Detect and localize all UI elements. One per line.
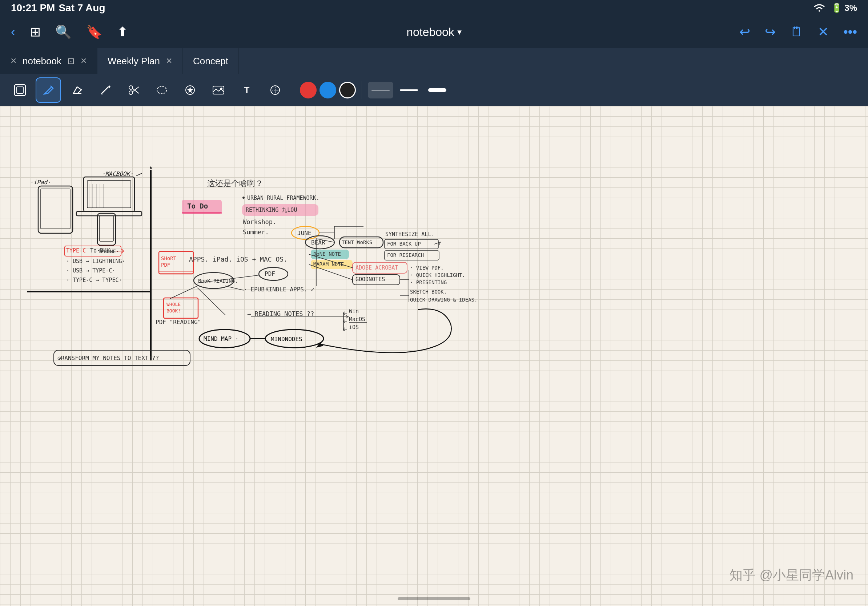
- back-button[interactable]: ‹: [11, 24, 15, 40]
- color-black[interactable]: [339, 82, 356, 99]
- search-button[interactable]: 🔍: [55, 24, 71, 40]
- color-red[interactable]: [300, 82, 316, 99]
- svg-text:GOODNOTES: GOODNOTES: [355, 276, 385, 283]
- redo-button[interactable]: ↪: [765, 24, 776, 40]
- svg-text:→ READING NOTES ??: → READING NOTES ??: [247, 310, 314, 317]
- svg-text:MINDNODES: MINDNODES: [271, 336, 302, 343]
- object-select-tool[interactable]: [7, 77, 33, 103]
- toolbar-separator-2: [362, 81, 362, 99]
- wifi-icon: [812, 3, 826, 13]
- svg-text:Win: Win: [349, 308, 359, 315]
- svg-text:FOR BACK UP: FOR BACK UP: [387, 241, 421, 247]
- close-button[interactable]: ✕: [818, 24, 829, 40]
- svg-text:KINDLE APPS. ✓: KINDLE APPS. ✓: [265, 286, 315, 293]
- stroke-medium[interactable]: [396, 82, 422, 99]
- notebook-title[interactable]: notebook ▾: [406, 25, 462, 39]
- close-weekly-tab[interactable]: ✕: [166, 56, 172, 66]
- bookmark-button[interactable]: 🔖: [86, 24, 102, 40]
- watermark: 知乎 @小星同学Alvin: [730, 566, 854, 584]
- svg-point-6: [129, 86, 133, 90]
- svg-line-60: [225, 286, 243, 290]
- svg-text:To  Do: To Do: [187, 202, 208, 210]
- svg-text:SKETCH BOOK.: SKETCH BOOK.: [410, 289, 447, 295]
- svg-text:DoNE  NOTE: DoNE NOTE: [313, 251, 341, 257]
- add-page-button[interactable]: 🗒: [790, 24, 803, 40]
- more-button[interactable]: •••: [843, 24, 857, 40]
- svg-text:Workshop.: Workshop.: [243, 218, 276, 226]
- svg-text:· USB → TYPE-C·: · USB → TYPE-C·: [66, 267, 115, 274]
- star-tool[interactable]: [177, 77, 203, 103]
- svg-text:· USB → LIGHTNING·: · USB → LIGHTNING·: [66, 258, 126, 264]
- svg-text:APPS. iPad. iOS + MAC OS.: APPS. iPad. iOS + MAC OS.: [189, 255, 288, 263]
- svg-rect-0: [14, 85, 25, 96]
- svg-text:T: T: [244, 85, 250, 95]
- svg-text:这还是个啥啊？: 这还是个啥啊？: [207, 179, 263, 188]
- svg-rect-18: [38, 186, 73, 233]
- tab-weekly-plan[interactable]: Weekly Plan ✕: [98, 48, 183, 74]
- svg-text:RETHINKING  九LOU: RETHINKING 九LOU: [246, 207, 297, 213]
- svg-rect-31: [99, 216, 113, 241]
- svg-rect-30: [98, 213, 116, 245]
- canvas-area[interactable]: ·iPad· ·MACBOOK· ·iPHONE· TYPE-C To BUY …: [0, 106, 868, 606]
- svg-text:· QUICK HIGHLIGHT.: · QUICK HIGHLIGHT.: [410, 272, 465, 278]
- svg-text:·iPad·: ·iPad·: [30, 179, 51, 186]
- svg-point-13: [220, 88, 222, 90]
- close-tab-x[interactable]: ✕: [80, 56, 87, 66]
- image-tool[interactable]: [206, 77, 231, 103]
- tab-weekly-plan-label: Weekly Plan: [108, 56, 160, 67]
- color-blue[interactable]: [319, 82, 336, 99]
- svg-text:FOR RESEARCH: FOR RESEARCH: [387, 252, 424, 258]
- svg-text:MIND MAP ·: MIND MAP ·: [203, 335, 239, 342]
- svg-line-4: [102, 87, 108, 93]
- svg-line-58: [170, 286, 197, 298]
- svg-text:URBAN RURAL FRAMEWORK.: URBAN RURAL FRAMEWORK.: [247, 195, 319, 201]
- svg-text:iOS: iOS: [349, 324, 359, 331]
- svg-text:· VIEW PDF.: · VIEW PDF.: [410, 265, 444, 271]
- pen-tool[interactable]: [36, 77, 61, 103]
- tab-notebook[interactable]: ✕ notebook ⊡ ✕: [0, 48, 98, 74]
- stroke-thick[interactable]: [425, 82, 450, 99]
- svg-text:· EPUB: · EPUB: [243, 286, 265, 293]
- tab-concept[interactable]: Concept: [183, 48, 239, 74]
- svg-text:WHOLE: WHOLE: [166, 301, 181, 307]
- svg-text:· TYPE-C → TYPEC·: · TYPE-C → TYPEC·: [66, 277, 122, 283]
- battery-indicator: 🔋 3%: [831, 3, 857, 13]
- text-tool[interactable]: T: [234, 77, 259, 103]
- svg-text:MARAM NoTE: MARAM NoTE: [313, 261, 344, 267]
- svg-text:QUICK DRAWING & IDEAS.: QUICK DRAWING & IDEAS.: [410, 297, 477, 303]
- tab-divider-icon: ⊡: [67, 56, 74, 66]
- svg-rect-21: [84, 177, 135, 212]
- svg-text:BOOK!: BOOK!: [166, 308, 181, 314]
- svg-point-75: [242, 196, 245, 199]
- scroll-indicator: [398, 597, 470, 600]
- svg-point-5: [129, 91, 133, 94]
- svg-text:·MACBOOK·: ·MACBOOK·: [102, 170, 133, 177]
- scissors-tool[interactable]: [121, 77, 146, 103]
- svg-rect-19: [41, 189, 70, 229]
- share-button[interactable]: ⬆: [117, 24, 128, 40]
- svg-text:ADOBE ACROBAT: ADOBE ACROBAT: [355, 264, 398, 271]
- svg-line-62: [197, 288, 225, 315]
- time: 10:21 PM: [11, 2, 55, 14]
- svg-text:PDF: PDF: [161, 262, 170, 268]
- svg-text:· PRESENTING: · PRESENTING: [410, 279, 447, 285]
- svg-text:Summer.: Summer.: [243, 229, 269, 236]
- grid-view-button[interactable]: ⊞: [30, 24, 41, 40]
- svg-text:TENT WoRKS: TENT WoRKS: [342, 240, 372, 245]
- stroke-thin[interactable]: [368, 82, 393, 99]
- drawing-toolbar: T: [0, 74, 868, 106]
- svg-text:⊙RANSFORM MY NOTES TO TEXT!??: ⊙RANSFORM MY NOTES TO TEXT!??: [57, 355, 159, 362]
- svg-point-9: [157, 87, 166, 94]
- pencil-tool[interactable]: [92, 77, 118, 103]
- svg-text:PDF: PDF: [265, 270, 275, 277]
- svg-text:To BUY: To BUY: [90, 247, 110, 254]
- tabs-bar: ✕ notebook ⊡ ✕ Weekly Plan ✕ Concept: [0, 48, 868, 74]
- handwriting-canvas[interactable]: ·iPad· ·MACBOOK· ·iPHONE· TYPE-C To BUY …: [0, 106, 868, 606]
- lasso-tool[interactable]: [149, 77, 175, 103]
- close-notebook-tab[interactable]: ✕: [10, 56, 17, 66]
- shapes-tool[interactable]: [262, 77, 288, 103]
- svg-marker-11: [187, 87, 194, 93]
- eraser-tool[interactable]: [64, 77, 90, 103]
- top-toolbar: ‹ ⊞ 🔍 🔖 ⬆ notebook ▾ ↩ ↪ 🗒 ✕ •••: [0, 16, 868, 48]
- undo-button[interactable]: ↩: [739, 24, 750, 40]
